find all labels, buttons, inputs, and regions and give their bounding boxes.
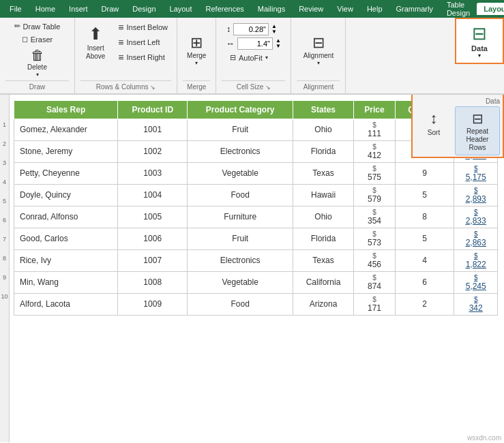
tab-layout-2[interactable]: Layout — [477, 3, 504, 15]
tab-mailings[interactable]: Mailings — [251, 3, 292, 15]
cell-price: $575 — [354, 162, 396, 184]
insert-right-button[interactable]: ≡ Insert Right — [115, 50, 171, 64]
autofit-label: AutoFit — [239, 54, 263, 62]
cell-sales-rep: Gomez, Alexander — [14, 119, 118, 140]
sort-button[interactable]: ↕ Sort — [415, 106, 452, 155]
sort-icon: ↕ — [430, 109, 438, 129]
cell-price: $573 — [354, 228, 396, 249]
cell-product-id: 1006 — [118, 228, 188, 249]
autofit-arrow: ▾ — [265, 55, 268, 61]
cell-sales: $2,833 — [454, 206, 498, 228]
cell-category: Fruit — [188, 228, 293, 249]
cell-qty: 5 — [396, 228, 454, 249]
insert-left-label: Insert Left — [127, 38, 160, 46]
insert-below-button[interactable]: ≡ Insert Below — [115, 20, 171, 34]
alignment-group-label: Alignment — [297, 80, 340, 91]
cell-price: $171 — [354, 293, 396, 315]
cell-qty: 2 — [396, 293, 454, 315]
cell-category: Food — [188, 293, 293, 315]
table-row: Conrad, Alfonso1005FurnitureOhio$3548$2,… — [14, 206, 498, 228]
insert-above-label: InsertAbove — [86, 44, 105, 61]
cell-category: Electronics — [188, 140, 293, 162]
ribbon-group-alignment: ⊟ Alignment ▾ Alignment — [291, 18, 346, 93]
delete-button[interactable]: 🗑 Delete ▾ — [23, 45, 51, 80]
alignment-arrow: ▾ — [317, 60, 320, 67]
delete-arrow: ▾ — [36, 72, 39, 78]
delete-icon: 🗑 — [31, 47, 44, 63]
cell-price: $874 — [354, 271, 396, 293]
data-arrow: ▾ — [478, 52, 481, 59]
insert-left-button[interactable]: ≡ Insert Left — [115, 35, 171, 49]
cell-price: $354 — [354, 206, 396, 228]
table-row: Doyle, Quincy1004FoodHawaii$5795$2,893 — [14, 184, 498, 206]
tab-home[interactable]: Home — [29, 3, 62, 15]
cell-price: $412 — [354, 140, 396, 162]
rows-cols-sub: ≡ Insert Below ≡ Insert Left ≡ Insert Ri… — [115, 20, 171, 64]
cell-category: Furniture — [188, 206, 293, 228]
cell-width-input[interactable] — [237, 37, 273, 50]
cell-sales-rep: Alford, Lacota — [14, 293, 118, 315]
panel-data-label: Data — [415, 97, 500, 106]
tab-table-design[interactable]: Table Design — [440, 0, 477, 19]
data-button[interactable]: ⊟ Data ▾ — [455, 18, 504, 64]
cell-category: Electronics — [188, 249, 293, 271]
table-row: Alford, Lacota1009FoodArizona$1712$342 — [14, 293, 498, 315]
cell-sales-rep: Good, Carlos — [14, 228, 118, 249]
tab-references[interactable]: References — [199, 3, 251, 15]
insert-below-icon: ≡ — [118, 22, 123, 33]
delete-label: Delete — [27, 63, 47, 72]
sort-label: Sort — [428, 128, 440, 137]
cell-product-id: 1004 — [118, 184, 188, 206]
cell-height-input[interactable] — [233, 23, 269, 35]
cell-height-spinner[interactable]: ▲▼ — [271, 24, 277, 35]
cell-height-icon: ↕ — [226, 25, 231, 34]
tab-file[interactable]: File — [3, 3, 29, 15]
ruler-10: 10 — [0, 287, 9, 306]
table-row: Good, Carlos1006FruitFlorida$5735$2,863 — [14, 228, 498, 249]
cell-state: Ohio — [293, 206, 354, 228]
cell-state: Arizona — [293, 293, 354, 315]
tab-review[interactable]: Review — [292, 3, 330, 15]
autofit-button[interactable]: ⊟ AutoFit ▾ — [226, 52, 271, 63]
sort-repeat-panel: Data ↕ Sort ⊟ Repeat Header Rows — [411, 95, 504, 158]
merge-label: Merge — [187, 52, 206, 60]
cell-sales: $342 — [454, 293, 498, 315]
merge-group-label: Merge — [183, 80, 210, 91]
left-ruler: 1 2 3 4 5 6 7 8 9 10 — [0, 95, 10, 442]
merge-button[interactable]: ⊞ Merge ▾ — [183, 32, 210, 69]
tab-draw[interactable]: Draw — [95, 3, 126, 15]
cell-product-id: 1005 — [118, 206, 188, 228]
tab-grammarly[interactable]: Grammarly — [389, 3, 440, 15]
cell-width-spinner[interactable]: ▲▼ — [276, 38, 281, 49]
cell-sales-rep: Stone, Jeremy — [14, 140, 118, 162]
tab-design[interactable]: Design — [125, 3, 162, 15]
header-sales-rep: Sales Rep — [14, 100, 118, 119]
cell-state: Hawaii — [293, 184, 354, 206]
insert-above-icon: ⬆ — [89, 25, 102, 44]
cell-product-id: 1002 — [118, 140, 188, 162]
table-row: Min, Wang1008VegetableCalifornia$8746$5,… — [14, 271, 498, 293]
ribbon-tab-bar: File Home Insert Draw Design Layout Refe… — [0, 0, 504, 18]
tab-view[interactable]: View — [330, 3, 360, 15]
draw-group-label: Draw — [5, 80, 69, 91]
header-product-id: Product ID — [118, 100, 188, 119]
cell-state: Florida — [293, 140, 354, 162]
alignment-button[interactable]: ⊟ Alignment ▾ — [299, 32, 338, 69]
ruler-2: 2 — [0, 134, 9, 153]
data-icon: ⊟ — [472, 23, 487, 44]
table-row: Rice, Ivy1007ElectronicsTexas$4564$1,822 — [14, 249, 498, 271]
tab-insert[interactable]: Insert — [62, 3, 95, 15]
repeat-header-rows-button[interactable]: ⊟ Repeat Header Rows — [455, 106, 500, 155]
draw-table-button[interactable]: ✏ Draw Table — [11, 20, 64, 32]
tab-layout-1[interactable]: Layout — [163, 3, 199, 15]
cell-qty: 9 — [396, 162, 454, 184]
insert-above-button[interactable]: ⬆ InsertAbove — [80, 20, 110, 65]
alignment-label: Alignment — [303, 52, 333, 60]
insert-below-label: Insert Below — [127, 23, 168, 31]
ruler-9: 9 — [0, 268, 9, 287]
merge-arrow: ▾ — [195, 60, 198, 67]
eraser-button[interactable]: ◻ Eraser — [18, 33, 56, 45]
header-states: States — [293, 100, 354, 119]
cell-state: Florida — [293, 228, 354, 249]
tab-help[interactable]: Help — [360, 3, 389, 15]
